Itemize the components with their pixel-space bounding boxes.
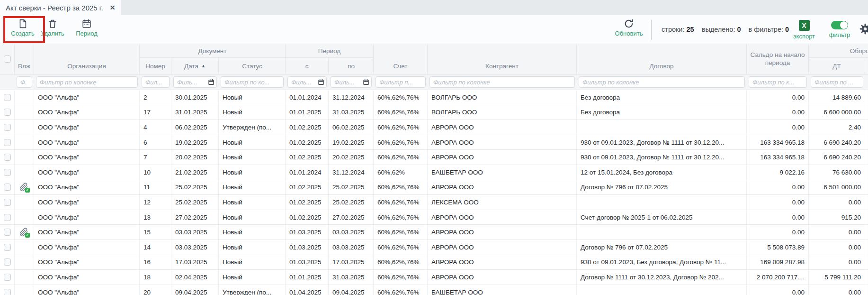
cell-to[interactable]: 17.03.2025: [329, 255, 374, 270]
refresh-button[interactable]: Обновить: [615, 18, 643, 37]
cell-to[interactable]: 31.03.2025: [329, 105, 374, 120]
cell-account[interactable]: 60%,62%,76%: [374, 255, 428, 270]
cell-counterparty[interactable]: АВРОРА ООО: [428, 240, 577, 255]
cell-dt[interactable]: 0.00: [809, 195, 865, 210]
cell-contract[interactable]: [577, 195, 747, 210]
cell-status[interactable]: Новый: [219, 165, 286, 180]
cell-number[interactable]: 10: [140, 165, 171, 180]
filter-toggle[interactable]: [831, 21, 848, 29]
cell-counterparty[interactable]: ЛЕКСЕМА ООО: [428, 195, 577, 210]
row-checkbox[interactable]: [4, 94, 11, 101]
cell-date[interactable]: 25.02.2025: [171, 180, 219, 195]
table-row[interactable]: ООО "Альфа"1225.02.2025Новый01.02.202525…: [0, 195, 868, 210]
cell-account[interactable]: 60%,62%,76%: [374, 270, 428, 285]
row-checkbox[interactable]: [4, 124, 11, 131]
cell-date[interactable]: 25.02.2025: [171, 195, 219, 210]
cell-counterparty[interactable]: АВРОРА ООО: [428, 225, 577, 240]
cell-balance[interactable]: 169 009 287.98: [747, 255, 809, 270]
cell-org[interactable]: ООО "Альфа": [34, 240, 140, 255]
cell-balance[interactable]: 0.00: [747, 180, 809, 195]
filter-input-vlzh[interactable]: [17, 76, 32, 88]
cell-date[interactable]: 21.02.2025: [171, 165, 219, 180]
table-row[interactable]: ООО "Альфа"1617.03.2025Новый01.03.202517…: [0, 255, 868, 270]
cell-number[interactable]: 12: [140, 195, 171, 210]
cell-balance[interactable]: 0.00: [747, 105, 809, 120]
row-checkbox[interactable]: [4, 139, 11, 146]
cell-contract[interactable]: 12 от 15.01.2024, Без договора: [577, 165, 747, 180]
cell-counterparty[interactable]: ВОЛГАРЬ ООО: [428, 105, 577, 120]
cell-number[interactable]: 18: [140, 270, 171, 285]
cell-counterparty[interactable]: АВРОРА ООО: [428, 120, 577, 135]
cell-status[interactable]: Новый: [219, 210, 286, 225]
cell-contract[interactable]: Договор № 796 от 07.02.2025: [577, 240, 747, 255]
cell-number[interactable]: 17: [140, 105, 171, 120]
cell-from[interactable]: 01.02.2025: [286, 135, 329, 150]
cell-counterparty[interactable]: АВРОРА ООО: [428, 135, 577, 150]
cell-number[interactable]: 7: [140, 150, 171, 165]
cell-org[interactable]: ООО "Альфа": [34, 195, 140, 210]
cell-balance[interactable]: 163 334 965.18: [747, 135, 809, 150]
cell-account[interactable]: 60%,62%,76%: [374, 135, 428, 150]
cell-counterparty[interactable]: БАШБЕТАР ООО: [428, 165, 577, 180]
cell-org[interactable]: ООО "Альфа": [34, 225, 140, 240]
filter-input-balance[interactable]: [749, 76, 807, 88]
column-header-account[interactable]: Счет: [374, 44, 428, 74]
cell-org[interactable]: ООО "Альфа": [34, 270, 140, 285]
cell-org[interactable]: ООО "Альфа": [34, 150, 140, 165]
cell-org[interactable]: ООО "Альфа": [34, 105, 140, 120]
cell-from[interactable]: 01.02.2025: [286, 120, 329, 135]
cell-balance[interactable]: 0.00: [747, 90, 809, 105]
cell-from[interactable]: 01.03.2025: [286, 255, 329, 270]
cell-status[interactable]: Новый: [219, 135, 286, 150]
table-row[interactable]: ООО "Альфа"619.02.2025Новый01.02.202519.…: [0, 135, 868, 150]
cell-dt[interactable]: 2.40: [809, 120, 865, 135]
cell-status[interactable]: Новый: [219, 150, 286, 165]
cell-balance[interactable]: 0.00: [747, 120, 809, 135]
cell-org[interactable]: ООО "Альфа": [34, 285, 140, 295]
cell-dt[interactable]: 14 889.60: [809, 90, 865, 105]
cell-balance[interactable]: 0.00: [747, 285, 809, 295]
cell-status[interactable]: Новый: [219, 255, 286, 270]
cell-from[interactable]: 01.02.2025: [286, 195, 329, 210]
tab-close-icon[interactable]: ✕: [110, 4, 116, 11]
cell-date[interactable]: 03.03.2025: [171, 225, 219, 240]
filter-input-counterparty[interactable]: [430, 76, 575, 88]
cell-dt[interactable]: 0.00: [809, 225, 865, 240]
cell-dt[interactable]: 6 690 240.20: [809, 135, 865, 150]
cell-contract[interactable]: Счет-договор № 2025-1 от 06.02.2025: [577, 210, 747, 225]
table-row[interactable]: ООО "Альфа"406.02.2025Утвержден (по...01…: [0, 120, 868, 135]
table-row[interactable]: ООО "Альфа"1731.01.2025Новый01.01.202531…: [0, 105, 868, 120]
table-row[interactable]: ООО "Альфа"1403.03.2025Новый01.03.202503…: [0, 240, 868, 255]
column-header-number[interactable]: Номер: [140, 58, 171, 74]
tab-act-sverki[interactable]: Акт сверки - Реестр за 2025 г. ✕: [0, 0, 121, 15]
cell-to[interactable]: 31.12.2024: [329, 165, 374, 180]
row-checkbox[interactable]: [4, 214, 11, 221]
cell-dt[interactable]: 5 799 111.20: [809, 270, 865, 285]
cell-to[interactable]: 25.02.2025: [329, 195, 374, 210]
cell-org[interactable]: ООО "Альфа": [34, 180, 140, 195]
cell-org[interactable]: ООО "Альфа": [34, 165, 140, 180]
filter-input-account[interactable]: [376, 76, 426, 88]
cell-dt[interactable]: 915.20: [809, 210, 865, 225]
cell-account[interactable]: 60%,62%,76%: [374, 225, 428, 240]
cell-date[interactable]: 09.04.2025: [171, 285, 219, 295]
row-checkbox[interactable]: [4, 109, 11, 116]
cell-from[interactable]: 01.01.2025: [286, 105, 329, 120]
cell-org[interactable]: ООО "Альфа": [34, 255, 140, 270]
cell-to[interactable]: 09.04.2025: [329, 285, 374, 295]
row-checkbox[interactable]: [4, 184, 11, 191]
cell-counterparty[interactable]: АВРОРА ООО: [428, 210, 577, 225]
cell-org[interactable]: ООО "Альфа": [34, 210, 140, 225]
cell-from[interactable]: 01.03.2025: [286, 225, 329, 240]
cell-contract[interactable]: [577, 285, 747, 295]
period-button[interactable]: Период: [72, 18, 101, 37]
filter-input-dt[interactable]: [811, 76, 863, 88]
cell-to[interactable]: 31.12.2024: [329, 90, 374, 105]
cell-account[interactable]: 60%,62%,76%: [374, 240, 428, 255]
cell-balance[interactable]: 9 022.16: [747, 165, 809, 180]
cell-counterparty[interactable]: АВРОРА ООО: [428, 255, 577, 270]
cell-from[interactable]: 01.02.2025: [286, 180, 329, 195]
cell-date[interactable]: 02.04.2025: [171, 270, 219, 285]
cell-number[interactable]: 20: [140, 285, 171, 295]
column-header-status[interactable]: Статус: [219, 58, 286, 74]
